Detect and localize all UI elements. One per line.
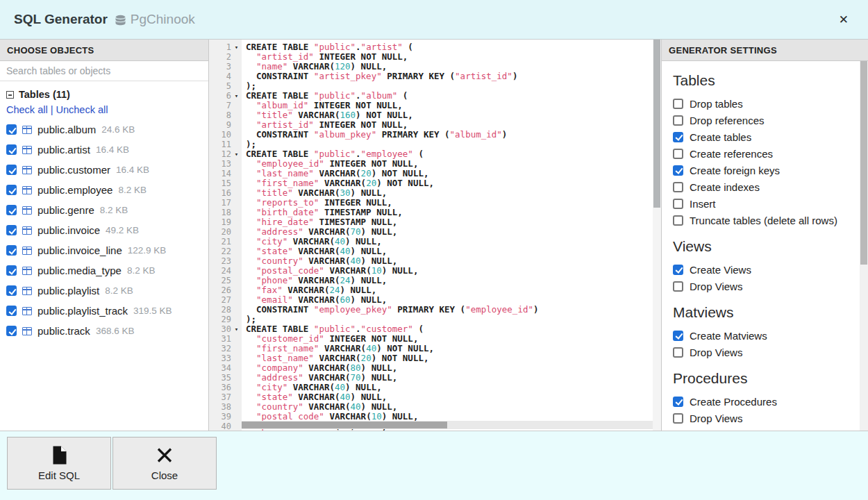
checkbox[interactable]: [6, 144, 17, 155]
fold-arrow-icon[interactable]: [231, 188, 242, 198]
checkbox[interactable]: [673, 99, 683, 109]
table-row[interactable]: public.invoice 49.2 KB: [6, 220, 203, 240]
table-row[interactable]: public.invoice_line 122.9 KB: [6, 240, 203, 260]
tables-group-header[interactable]: Tables (11): [6, 89, 203, 100]
settings-option[interactable]: Create Views: [673, 261, 850, 278]
fold-arrow-icon[interactable]: [231, 81, 242, 91]
checkbox[interactable]: [6, 326, 17, 336]
checkbox[interactable]: [6, 225, 17, 235]
settings-option[interactable]: Drop references: [673, 112, 850, 128]
fold-arrow-icon[interactable]: [231, 334, 242, 344]
fold-arrow-icon[interactable]: [231, 72, 242, 81]
settings-option[interactable]: Insert: [673, 195, 850, 212]
fold-arrow-icon[interactable]: [231, 91, 242, 101]
settings-option[interactable]: Create foreign keys: [673, 162, 850, 178]
checkbox[interactable]: [673, 132, 683, 142]
edit-sql-button[interactable]: Edit SQL: [7, 437, 111, 490]
settings-option[interactable]: Truncate tables (delete all rows): [673, 212, 850, 228]
editor-vertical-scrollbar[interactable]: [653, 40, 661, 431]
checkbox[interactable]: [6, 124, 17, 135]
table-row[interactable]: public.artist 16.4 KB: [6, 140, 203, 160]
fold-arrow-icon[interactable]: [231, 285, 242, 295]
fold-arrow-icon[interactable]: [231, 178, 242, 188]
fold-arrow-icon[interactable]: [231, 62, 242, 72]
fold-arrow-icon[interactable]: [231, 266, 242, 276]
fold-arrow-icon[interactable]: [231, 120, 242, 130]
fold-arrow-icon[interactable]: [231, 402, 242, 412]
fold-arrow-icon[interactable]: [231, 237, 242, 247]
checkbox[interactable]: [673, 331, 683, 341]
checkbox[interactable]: [673, 115, 683, 126]
settings-option[interactable]: Create Procedures: [673, 393, 850, 410]
fold-arrow-icon[interactable]: [231, 256, 242, 266]
fold-arrow-icon[interactable]: [231, 52, 242, 62]
dialog-close-icon[interactable]: ✕: [833, 10, 854, 30]
settings-option[interactable]: Create tables: [673, 128, 850, 145]
checkbox[interactable]: [6, 205, 17, 215]
checkbox[interactable]: [673, 413, 683, 424]
collapse-icon[interactable]: [6, 91, 14, 99]
settings-option[interactable]: Drop tables: [673, 95, 850, 112]
fold-arrow-icon[interactable]: [231, 247, 242, 256]
fold-arrow-icon[interactable]: [231, 217, 242, 227]
fold-arrow-icon[interactable]: [231, 149, 242, 159]
fold-arrow-icon[interactable]: [231, 169, 242, 178]
checkbox[interactable]: [6, 165, 17, 175]
check-all-link[interactable]: Check all: [6, 104, 48, 115]
checkbox[interactable]: [673, 281, 683, 292]
settings-option[interactable]: Drop Views: [673, 410, 850, 426]
fold-arrow-icon[interactable]: [231, 227, 242, 237]
fold-arrow-icon[interactable]: [231, 208, 242, 217]
fold-arrow-icon[interactable]: [231, 130, 242, 140]
fold-arrow-icon[interactable]: [231, 140, 242, 149]
checkbox[interactable]: [6, 185, 17, 195]
checkbox[interactable]: [6, 245, 17, 256]
fold-arrow-icon[interactable]: [231, 324, 242, 334]
fold-arrow-icon[interactable]: [231, 353, 242, 363]
table-row[interactable]: public.media_type 8.2 KB: [6, 260, 203, 281]
table-row[interactable]: public.album 24.6 KB: [6, 119, 203, 140]
settings-option[interactable]: Create indexes: [673, 178, 850, 195]
checkbox[interactable]: [673, 347, 683, 358]
checkbox[interactable]: [673, 182, 683, 192]
checkbox[interactable]: [673, 215, 683, 226]
checkbox[interactable]: [673, 199, 683, 209]
table-row[interactable]: public.playlist_track 319.5 KB: [6, 301, 203, 321]
fold-arrow-icon[interactable]: [231, 42, 242, 52]
close-button[interactable]: Close: [112, 437, 217, 490]
fold-arrow-icon[interactable]: [231, 422, 242, 431]
table-row[interactable]: public.customer 16.4 KB: [6, 160, 203, 180]
scrollbar-thumb[interactable]: [860, 61, 867, 265]
fold-arrow-icon[interactable]: [231, 101, 242, 110]
settings-option[interactable]: Create Matviews: [673, 327, 850, 344]
fold-arrow-icon[interactable]: [231, 295, 242, 305]
uncheck-all-link[interactable]: Uncheck all: [56, 104, 108, 115]
table-row[interactable]: public.employee 8.2 KB: [6, 180, 203, 200]
table-row[interactable]: public.playlist 8.2 KB: [6, 281, 203, 301]
settings-scrollbar[interactable]: [860, 61, 868, 431]
fold-arrow-icon[interactable]: [231, 159, 242, 169]
scrollbar-thumb[interactable]: [242, 422, 447, 428]
fold-arrow-icon[interactable]: [231, 276, 242, 285]
fold-arrow-icon[interactable]: [231, 110, 242, 120]
editor-horizontal-scrollbar[interactable]: [242, 421, 653, 429]
fold-arrow-icon[interactable]: [231, 344, 242, 353]
fold-arrow-icon[interactable]: [231, 412, 242, 422]
checkbox[interactable]: [673, 397, 683, 407]
table-row[interactable]: public.genre 8.2 KB: [6, 200, 203, 220]
checkbox[interactable]: [6, 306, 17, 316]
settings-option[interactable]: Create references: [673, 145, 850, 162]
fold-arrow-icon[interactable]: [231, 305, 242, 315]
fold-arrow-icon[interactable]: [231, 363, 242, 373]
search-input[interactable]: [0, 61, 208, 81]
settings-option[interactable]: Drop Views: [673, 278, 850, 294]
checkbox[interactable]: [6, 285, 17, 296]
fold-arrow-icon[interactable]: [231, 392, 242, 402]
table-row[interactable]: public.track 368.6 KB: [6, 321, 203, 341]
checkbox[interactable]: [673, 165, 683, 176]
fold-arrow-icon[interactable]: [231, 373, 242, 383]
fold-arrow-icon[interactable]: [231, 315, 242, 324]
sql-editor[interactable]: 1 CREATE TABLE "public"."artist" ( 2 "ar…: [209, 40, 661, 431]
scrollbar-thumb[interactable]: [653, 40, 660, 208]
checkbox[interactable]: [673, 265, 683, 275]
